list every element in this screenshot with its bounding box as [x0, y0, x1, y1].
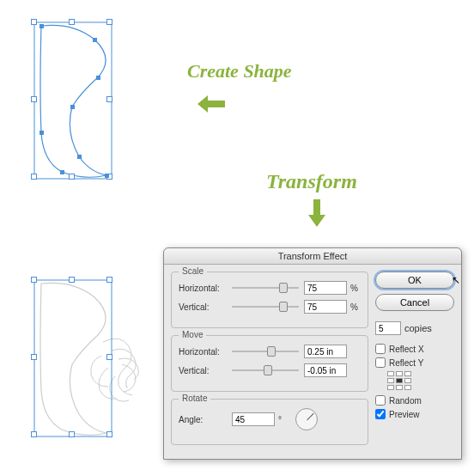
scale-group: Scale Horizontal: % Vertical: %: [171, 272, 368, 328]
scale-vertical-label: Vertical:: [179, 302, 232, 312]
rotate-group: Rotate Angle: °: [171, 399, 368, 445]
arrow-down-icon: [306, 198, 328, 229]
move-vertical-label: Vertical:: [179, 366, 232, 375]
scale-horizontal-slider[interactable]: [232, 282, 299, 294]
move-horizontal-slider[interactable]: [232, 345, 299, 357]
move-group-label: Move: [179, 330, 206, 339]
rotate-angle-label: Angle:: [179, 415, 232, 424]
copies-label: copies: [404, 323, 432, 333]
random-checkbox[interactable]: Random: [375, 395, 454, 406]
transform-effect-dialog: Transform Effect Scale Horizontal: % Ver…: [163, 247, 462, 460]
scale-vertical-input[interactable]: [304, 300, 347, 314]
move-vertical-slider[interactable]: [232, 364, 299, 376]
origin-grid[interactable]: [387, 371, 415, 392]
copies-input[interactable]: [375, 321, 401, 335]
move-horizontal-input[interactable]: [304, 345, 347, 358]
scale-vertical-unit: %: [350, 302, 361, 312]
transform-label: Transform: [266, 170, 357, 193]
shape-path-top: [33, 21, 113, 180]
rotate-dial[interactable]: [295, 408, 318, 430]
ok-button[interactable]: OK↖: [375, 272, 454, 289]
move-vertical-input[interactable]: [304, 363, 347, 377]
cursor-icon: ↖: [452, 274, 460, 286]
rotate-group-label: Rotate: [179, 394, 210, 403]
cancel-button[interactable]: Cancel: [375, 294, 454, 311]
rotate-angle-input[interactable]: [232, 412, 275, 426]
reflect-x-checkbox[interactable]: Reflect X: [375, 344, 454, 354]
scale-horizontal-unit: %: [350, 284, 361, 293]
move-horizontal-label: Horizontal:: [179, 347, 232, 357]
selected-shape-bottom[interactable]: [33, 278, 113, 438]
arrow-left-icon: [196, 93, 227, 115]
move-group: Move Horizontal: Vertical:: [171, 335, 368, 392]
shape-path-bottom: [33, 278, 113, 438]
selected-shape-top[interactable]: [33, 21, 113, 180]
rotate-angle-unit: °: [278, 415, 289, 424]
reflect-y-checkbox[interactable]: Reflect Y: [375, 357, 454, 368]
scale-horizontal-label: Horizontal:: [179, 284, 232, 293]
preview-checkbox[interactable]: Preview: [375, 409, 454, 419]
create-shape-label: Create Shape: [187, 60, 292, 82]
dialog-title: Transform Effect: [164, 248, 461, 265]
scale-group-label: Scale: [179, 266, 207, 276]
scale-vertical-slider[interactable]: [232, 301, 299, 313]
scale-horizontal-input[interactable]: [304, 281, 347, 295]
